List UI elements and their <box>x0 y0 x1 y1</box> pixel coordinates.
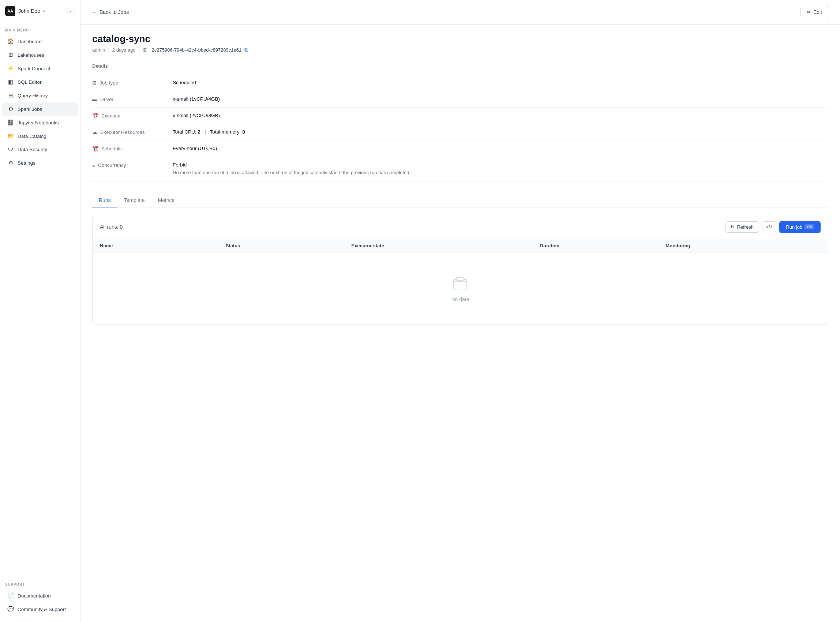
sidebar-item-label: Data Catalog <box>18 134 46 139</box>
sidebar-bottom: SUPPORT 📄 Documentation 💬 Community & Su… <box>0 577 80 616</box>
arrow-left-icon: ← <box>92 9 97 15</box>
sidebar-item-settings[interactable]: ⚙ Settings <box>2 156 78 169</box>
content-area: catalog-sync admin | 2 days ago | ID: 2c… <box>81 24 840 333</box>
details-section-label: Details <box>92 63 828 69</box>
back-label: Back to Jobs <box>99 9 129 15</box>
job-id-label: ID: <box>143 47 149 53</box>
sidebar-item-label: Spark Jobs <box>18 107 43 112</box>
tab-runs[interactable]: Runs <box>92 194 117 207</box>
sidebar-item-label: Jupyter Notebooks <box>18 120 59 125</box>
back-to-jobs-link[interactable]: ← Back to Jobs <box>92 9 129 15</box>
run-job-code-badge: </> <box>805 224 814 229</box>
all-runs-text: All runs: <box>100 224 119 230</box>
sidebar-item-label: Settings <box>18 160 35 166</box>
edit-button[interactable]: ✏ Edit <box>800 6 828 18</box>
query-history-icon: ⊟ <box>7 92 14 99</box>
code-label: </> <box>766 224 772 229</box>
job-type-icon: ⊞ <box>92 80 97 85</box>
lakehouses-icon: ⊞ <box>7 52 14 58</box>
col-name: Name <box>100 243 226 248</box>
executor-icon: 📅 <box>92 113 98 119</box>
run-job-label: Run job <box>786 224 802 230</box>
spark-connect-icon: ⚡ <box>7 65 14 72</box>
sidebar-item-documentation[interactable]: 📄 Documentation <box>2 589 78 602</box>
tab-template[interactable]: Template <box>117 194 151 207</box>
executor-resources-value: Total CPU: 2 | Total memory: 8 <box>173 129 828 135</box>
col-actions <box>791 243 821 248</box>
col-status: Status <box>226 243 352 248</box>
sidebar-item-jupyter-notebooks[interactable]: 📓 Jupyter Notebooks <box>2 116 78 129</box>
executor-value: x-small (2vCPU/8GB) <box>173 113 828 118</box>
col-monitoring: Monitoring <box>666 243 791 248</box>
schedule-label-text: Schedule <box>101 146 122 151</box>
jupyter-icon: 📓 <box>7 119 14 126</box>
refresh-icon: ↻ <box>730 224 735 230</box>
sidebar-item-label: Query History <box>18 93 48 98</box>
sidebar-header: AA John Doe ▾ ‹ <box>0 0 80 22</box>
sidebar-item-label: Dashboard <box>18 39 42 44</box>
user-info[interactable]: AA John Doe ▾ <box>5 6 45 16</box>
user-name: John Doe <box>18 8 40 14</box>
detail-row-schedule: 📆 Schedule Every hour (UTC+0) <box>92 140 828 157</box>
code-snippet-button[interactable]: </> <box>762 221 776 232</box>
detail-label-schedule: 📆 Schedule <box>92 146 173 151</box>
job-time: 2 days ago <box>112 47 136 53</box>
refresh-label: Refresh <box>737 224 754 230</box>
executor-resources-label-text: Executor Resources <box>100 130 145 135</box>
meta-separator-1: | <box>108 47 109 53</box>
main-nav: 🏠 Dashboard ⊞ Lakehouses ⚡ Spark Connect… <box>0 34 80 170</box>
spark-jobs-icon: ⚙ <box>7 106 14 112</box>
sidebar-item-lakehouses[interactable]: ⊞ Lakehouses <box>2 48 78 61</box>
sidebar-item-community-support[interactable]: 💬 Community & Support <box>2 602 78 616</box>
job-author: admin <box>92 47 105 53</box>
detail-label-executor-resources: ☁ Executor Resources <box>92 129 173 135</box>
cpu-value: 2 <box>198 129 200 135</box>
sidebar-item-query-history[interactable]: ⊟ Query History <box>2 89 78 102</box>
concurrency-forbid-desc: No more than one run of a job is allowed… <box>173 169 828 176</box>
support-label: SUPPORT <box>0 577 80 589</box>
job-meta: admin | 2 days ago | ID: 2c275906-794b-4… <box>92 47 828 53</box>
collapse-sidebar-button[interactable]: ‹ <box>66 6 75 15</box>
sidebar-item-dashboard[interactable]: 🏠 Dashboard <box>2 35 78 48</box>
meta-separator-2: | <box>138 47 139 53</box>
copy-id-icon[interactable]: ⧉ <box>244 47 248 53</box>
col-executor-state: Executor state <box>351 243 540 248</box>
empty-text: No data <box>451 296 469 302</box>
concurrency-forbid-title: Forbid <box>173 162 828 168</box>
main-menu-label: MAIN MENU <box>0 22 80 34</box>
sidebar-item-label: Data Security <box>18 147 47 152</box>
concurrency-label-text: Concurrency <box>98 162 126 168</box>
chevron-down-icon: ▾ <box>43 9 45 13</box>
sidebar-item-data-security[interactable]: 🛡 Data Security <box>2 143 78 156</box>
data-catalog-icon: 📂 <box>7 133 14 139</box>
sidebar-item-label: SQL Editor <box>18 79 42 85</box>
sidebar-item-data-catalog[interactable]: 📂 Data Catalog <box>2 130 78 143</box>
job-title: catalog-sync <box>92 33 828 45</box>
schedule-value: Every hour (UTC+0) <box>173 146 828 151</box>
mem-label: Total memory: <box>210 129 241 135</box>
edit-icon: ✏ <box>807 9 811 15</box>
all-runs-label: All runs: 0 <box>100 224 123 230</box>
no-data-icon <box>451 274 469 292</box>
run-job-button[interactable]: Run job </> <box>779 221 821 233</box>
sidebar-item-spark-connect[interactable]: ⚡ Spark Connect <box>2 62 78 75</box>
sidebar-item-spark-jobs[interactable]: ⚙ Spark Jobs <box>2 102 78 116</box>
col-duration: Duration <box>540 243 666 248</box>
detail-label-job-type: ⊞ Job type <box>92 80 173 85</box>
executor-label-text: Executor <box>101 113 121 119</box>
executor-resources-icon: ☁ <box>92 129 97 135</box>
empty-state: No data <box>93 253 828 324</box>
driver-value: x-small (1vCPU/4GB) <box>173 96 828 102</box>
refresh-button[interactable]: ↻ Refresh <box>725 221 759 233</box>
tab-metrics[interactable]: Metrics <box>151 194 181 207</box>
all-runs-count: 0 <box>120 224 123 230</box>
cpu-label: Total CPU: <box>173 129 197 135</box>
sidebar-item-sql-editor[interactable]: ◧ SQL Editor <box>2 75 78 88</box>
detail-label-concurrency: ⟁ Concurrency <box>92 162 173 168</box>
schedule-icon: 📆 <box>92 146 98 151</box>
top-bar: ← Back to Jobs ✏ Edit <box>81 0 840 24</box>
sidebar-item-label: Community & Support <box>18 607 66 612</box>
detail-label-executor: 📅 Executor <box>92 113 173 119</box>
sidebar-item-label: Spark Connect <box>18 66 50 71</box>
detail-row-job-type: ⊞ Job type Scheduled <box>92 75 828 91</box>
